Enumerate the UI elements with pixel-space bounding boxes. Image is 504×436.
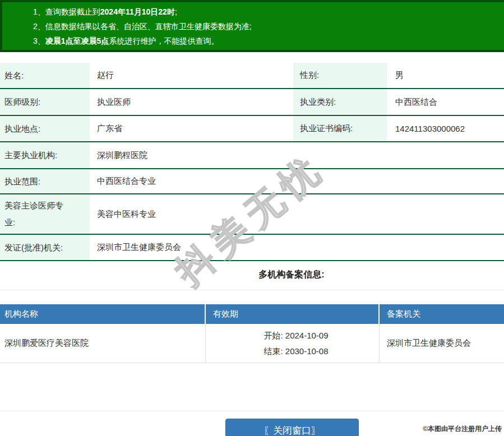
name-value: 赵行 <box>90 63 293 88</box>
practice-scope-label: 执业范围: <box>0 169 90 193</box>
gender-label: 性别: <box>293 63 387 88</box>
divider <box>0 411 504 411</box>
issuing-authority-label: 发证(批准)机关: <box>0 235 90 260</box>
practice-category-label: 执业类别: <box>293 89 387 115</box>
records-header-row: 机构名称 有效期 备案机关 <box>0 304 504 324</box>
notice-3-bold: 凌晨1点至凌晨5点 <box>45 36 109 45</box>
page-viewport: 1、查询数据截止到2024年11月10日22时; 2、信息数据结果以各省、自治区… <box>0 0 504 436</box>
cosmetic-specialty-value: 美容中医科专业 <box>90 194 504 234</box>
notice-1-bold: 2024年11月10日22时 <box>100 7 175 16</box>
column-header-validity: 有效期 <box>206 304 380 324</box>
record-org-name: 深圳鹏爱医疗美容医院 <box>0 324 206 363</box>
main-institution-value: 深圳鹏程医院 <box>90 142 504 168</box>
practice-scope-value: 中西医结合专业 <box>90 169 504 193</box>
column-header-record-authority: 备案机关 <box>380 304 504 324</box>
practitioner-profile-table: 姓名: 赵行 性别: 男 医师级别: 执业医师 执业类别: 中西医结合 执业地点… <box>0 63 504 261</box>
name-label: 姓名: <box>0 63 90 88</box>
record-validity: 开始: 2024-10-09 结束: 2030-10-08 <box>206 324 380 363</box>
notice-line-2: 2、信息数据结果以各省、自治区、直辖市卫生健康委数据为准; <box>33 19 504 34</box>
profile-row-practice-scope: 执业范围: 中西医结合专业 <box>0 169 504 194</box>
notice-1-text: 1、查询数据截止到 <box>33 7 100 16</box>
certificate-number-label: 执业证书编码: <box>293 116 387 141</box>
main-institution-label: 主要执业机构: <box>0 142 90 168</box>
doctor-level-value: 执业医师 <box>90 89 293 115</box>
column-header-org-name: 机构名称 <box>0 304 206 324</box>
gender-value: 男 <box>387 63 504 88</box>
profile-row-name-gender: 姓名: 赵行 性别: 男 <box>0 63 504 89</box>
profile-row-issuing-authority: 发证(批准)机关: 深圳市卫生健康委员会 <box>0 235 504 261</box>
notice-3-text: 3、 <box>33 36 45 45</box>
close-window-button[interactable]: 〖关闭窗口〗 <box>225 419 359 436</box>
certificate-number-value: 142411303000062 <box>387 116 504 141</box>
records-table: 机构名称 有效期 备案机关 深圳鹏爱医疗美容医院 开始: 2024-10-09 … <box>0 304 504 363</box>
profile-row-main-institution: 主要执业机构: 深圳鹏程医院 <box>0 142 504 169</box>
profile-row-level-category: 医师级别: 执业医师 执业类别: 中西医结合 <box>0 89 504 116</box>
profile-row-cosmetic-specialty: 美容主诊医师专业: 美容中医科专业 <box>0 194 504 235</box>
practice-category-value: 中西医结合 <box>387 89 504 115</box>
record-validity-start: 开始: 2024-10-09 <box>263 328 328 344</box>
divider <box>0 290 504 290</box>
notice-3-suffix: 系统进行维护，不能提供查询。 <box>109 36 219 45</box>
notice-banner: 1、查询数据截止到2024年11月10日22时; 2、信息数据结果以各省、自治区… <box>0 0 504 52</box>
notice-1-suffix: ; <box>175 7 177 16</box>
notice-2-text: 2、信息数据结果以各省、自治区、直辖市卫生健康委数据为准; <box>33 22 252 31</box>
notice-line-1: 1、查询数据截止到2024年11月10日22时; <box>33 4 504 19</box>
record-validity-end: 结束: 2030-10-08 <box>263 344 328 359</box>
copyright-watermark: ©本图由平台注册用户上传 <box>423 424 502 434</box>
profile-row-location-certno: 执业地点: 广东省 执业证书编码: 142411303000062 <box>0 116 504 142</box>
practice-location-label: 执业地点: <box>0 116 90 141</box>
records-section-title: 多机构备案信息: <box>0 269 504 281</box>
cosmetic-specialty-label: 美容主诊医师专业: <box>0 194 90 234</box>
practice-location-value: 广东省 <box>90 116 293 141</box>
issuing-authority-value: 深圳市卫生健康委员会 <box>90 235 504 260</box>
record-row: 深圳鹏爱医疗美容医院 开始: 2024-10-09 结束: 2030-10-08… <box>0 324 504 363</box>
record-authority: 深圳市卫生健康委员会 <box>380 324 504 363</box>
doctor-level-label: 医师级别: <box>0 89 90 115</box>
notice-line-3: 3、凌晨1点至凌晨5点系统进行维护，不能提供查询。 <box>33 34 504 48</box>
